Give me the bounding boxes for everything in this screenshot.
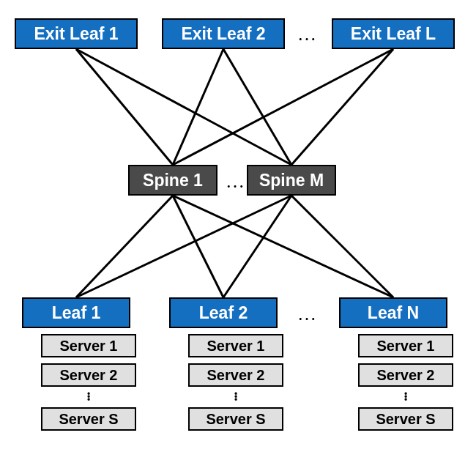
- exit-leaf-1: Exit Leaf 1: [15, 18, 138, 49]
- server-vdots: •••: [402, 393, 409, 401]
- server-vdots: •••: [232, 393, 239, 401]
- server-box: Server S: [358, 407, 453, 431]
- svg-line-1: [76, 49, 291, 165]
- svg-line-3: [223, 49, 291, 165]
- svg-line-11: [291, 196, 393, 297]
- svg-line-4: [173, 49, 393, 165]
- server-vdots: •••: [85, 393, 92, 401]
- leaf-1: Leaf 1: [22, 297, 130, 328]
- exit-leaf-2: Exit Leaf 2: [162, 18, 285, 49]
- spine-M: Spine M: [247, 165, 336, 196]
- server-box: Server 2: [188, 363, 283, 387]
- topology-diagram: Exit Leaf 1 Exit Leaf 2 … Exit Leaf L Sp…: [0, 0, 476, 460]
- server-box: Server S: [41, 407, 136, 431]
- exit-leaf-L: Exit Leaf L: [332, 18, 455, 49]
- server-box: Server 1: [188, 334, 283, 357]
- server-box: Server S: [188, 407, 283, 431]
- server-box: Server 1: [358, 334, 453, 357]
- svg-line-9: [76, 196, 291, 297]
- leaf-ellipsis: …: [297, 305, 316, 324]
- svg-line-7: [173, 196, 223, 297]
- server-box: Server 1: [41, 334, 136, 357]
- spine-ellipsis: …: [226, 172, 245, 191]
- svg-line-6: [76, 196, 173, 297]
- leaf-2: Leaf 2: [169, 297, 278, 328]
- spine-1: Spine 1: [128, 165, 217, 196]
- svg-line-5: [291, 49, 393, 165]
- svg-line-8: [173, 196, 393, 297]
- svg-line-10: [223, 196, 291, 297]
- server-box: Server 2: [358, 363, 453, 387]
- svg-line-0: [76, 49, 173, 165]
- svg-line-2: [173, 49, 223, 165]
- server-box: Server 2: [41, 363, 136, 387]
- leaf-N: Leaf N: [339, 297, 447, 328]
- exit-leaf-ellipsis: …: [297, 25, 316, 44]
